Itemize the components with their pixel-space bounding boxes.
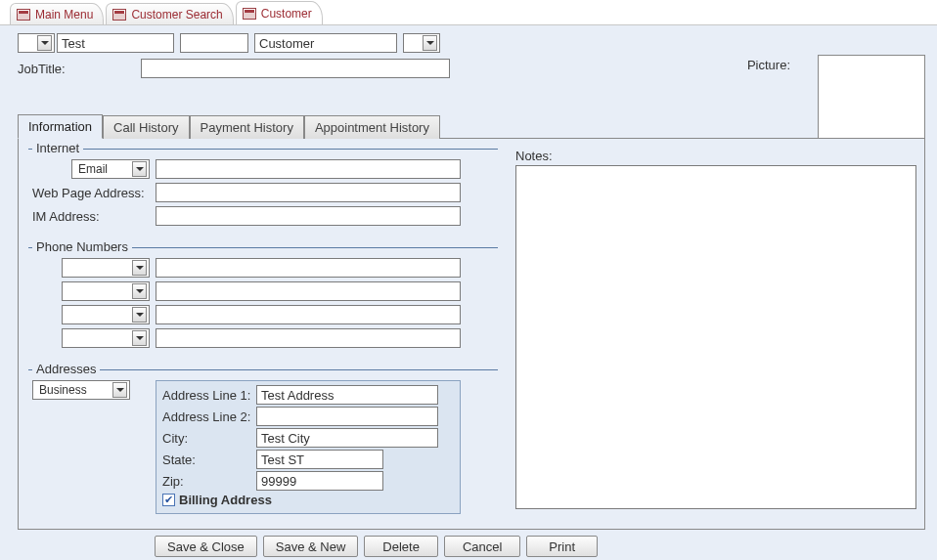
address-panel: Address Line 1: Test Address Address Lin… — [156, 380, 461, 514]
jobtitle-input[interactable] — [141, 59, 450, 78]
email-type-dropdown[interactable]: Email — [71, 159, 150, 179]
save-new-button[interactable]: Save & New — [263, 536, 359, 557]
phone-type-dropdown-2[interactable] — [62, 281, 150, 301]
phone-input-4[interactable] — [156, 328, 461, 348]
tab-customer-search[interactable]: Customer Search — [106, 3, 233, 24]
billing-label: Billing Address — [179, 493, 272, 507]
tab-customer[interactable]: Customer — [236, 1, 323, 24]
group-phones: Phone Numbers — [28, 247, 498, 356]
email-input[interactable] — [156, 159, 461, 179]
chevron-down-icon — [132, 307, 147, 323]
tabpage-information: Internet Email — [18, 139, 925, 530]
notes-textarea[interactable] — [515, 165, 916, 509]
tab-customer-label: Customer — [261, 7, 312, 21]
print-button[interactable]: Print — [526, 536, 598, 557]
notes-section: Notes: — [515, 149, 916, 509]
im-input[interactable] — [156, 206, 461, 226]
button-bar: Save & Close Save & New Delete Cancel Pr… — [18, 530, 925, 557]
chevron-down-icon — [132, 161, 147, 177]
phone-input-1[interactable] — [156, 258, 461, 278]
notes-label: Notes: — [515, 149, 553, 163]
title-dropdown[interactable] — [18, 33, 55, 53]
inner-tabstrip: Information Call History Payment History… — [18, 113, 925, 139]
phone-type-dropdown-4[interactable] — [62, 328, 150, 348]
web-input[interactable] — [156, 183, 461, 202]
group-internet-title: Internet — [32, 141, 83, 155]
last-name-input[interactable]: Customer — [254, 33, 397, 53]
chevron-down-icon — [132, 283, 147, 299]
group-addresses-title: Addresses — [32, 362, 100, 376]
save-close-button[interactable]: Save & Close — [155, 536, 257, 557]
first-name-input[interactable]: Test — [57, 33, 174, 53]
form-icon — [112, 9, 126, 21]
tab-main-menu[interactable]: Main Menu — [10, 3, 104, 24]
addr-state-label: State: — [162, 452, 256, 467]
tab-call-history[interactable]: Call History — [103, 115, 189, 139]
delete-button[interactable]: Delete — [364, 536, 438, 557]
form-icon — [17, 9, 30, 21]
tab-payment-history[interactable]: Payment History — [190, 115, 304, 139]
middle-name-input[interactable] — [180, 33, 248, 53]
web-label: Web Page Address: — [32, 186, 150, 200]
billing-checkbox[interactable] — [162, 494, 175, 506]
addr-zip-label: Zip: — [162, 474, 256, 489]
tab-information[interactable]: Information — [18, 114, 103, 139]
tab-customer-search-label: Customer Search — [131, 8, 222, 22]
picture-label: Picture: — [747, 58, 790, 72]
addr-line1-label: Address Line 1: — [162, 388, 256, 403]
phone-type-dropdown-3[interactable] — [62, 305, 150, 324]
group-addresses: Addresses Business Address Line 1: — [28, 369, 498, 518]
chevron-down-icon — [132, 260, 147, 276]
addr-line2-label: Address Line 2: — [162, 409, 256, 424]
tab-main-menu-label: Main Menu — [35, 8, 93, 22]
chevron-down-icon — [423, 35, 437, 51]
addr-zip-input[interactable]: 99999 — [256, 471, 383, 491]
chevron-down-icon — [132, 330, 147, 346]
addr-city-input[interactable]: Test City — [256, 428, 438, 448]
name-row: Test Customer — [18, 33, 925, 53]
im-label: IM Address: — [32, 209, 150, 224]
address-type-dropdown[interactable]: Business — [32, 380, 130, 400]
cancel-button[interactable]: Cancel — [444, 536, 520, 557]
phone-input-2[interactable] — [156, 281, 461, 301]
group-internet: Internet Email — [28, 149, 498, 234]
phone-input-3[interactable] — [156, 305, 461, 324]
group-phones-title: Phone Numbers — [32, 239, 132, 254]
form-icon — [243, 8, 256, 20]
addr-city-label: City: — [162, 431, 256, 446]
addr-state-input[interactable]: Test ST — [256, 450, 383, 469]
chevron-down-icon — [112, 382, 127, 398]
chevron-down-icon — [37, 35, 52, 51]
jobtitle-label: JobTitle: — [18, 62, 141, 76]
addr-line2-input[interactable] — [256, 407, 438, 426]
suffix-dropdown[interactable] — [403, 33, 440, 53]
document-tabs: Main Menu Customer Search Customer — [0, 0, 937, 25]
tab-appointment-history[interactable]: Appointment History — [304, 115, 440, 139]
phone-type-dropdown-1[interactable] — [62, 258, 150, 278]
addr-line1-input[interactable]: Test Address — [256, 385, 438, 405]
